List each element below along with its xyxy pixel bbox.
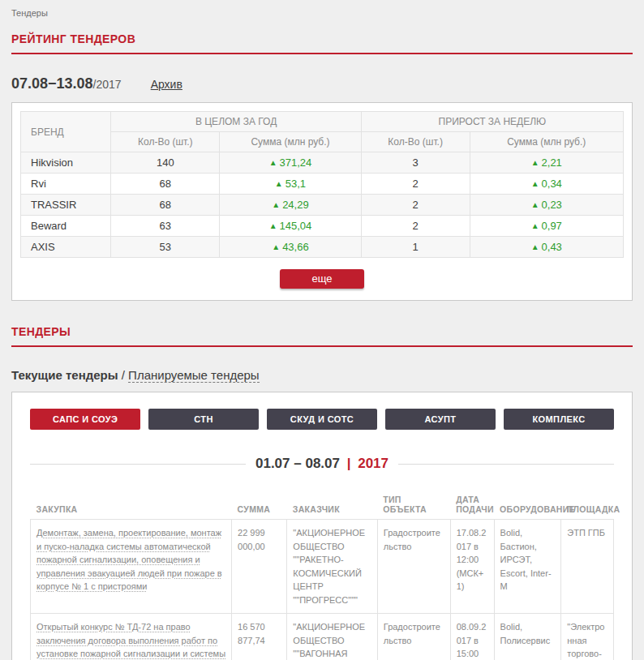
tender-platform: "Электронная торгово-закупочная площадка… — [561, 614, 614, 660]
year-count: 63 — [111, 216, 220, 237]
breadcrumb[interactable]: Тендеры — [11, 8, 633, 18]
brand-name: Beward — [21, 216, 111, 237]
tender-object-type: Градостроительство — [377, 520, 450, 614]
divider-line-right — [398, 464, 614, 465]
rating-subheader-week-sum: Сумма (млн руб.) — [470, 132, 624, 152]
up-triangle-icon: ▲ — [531, 200, 539, 209]
week-sum: ▲2,21 — [470, 152, 624, 174]
week-sum: ▲0,97 — [470, 216, 624, 237]
tenders-header-sum: СУММА — [232, 491, 287, 520]
rating-header-week-group: ПРИРОСТ ЗА НЕДЕЛЮ — [361, 112, 623, 132]
rating-row: TRASSIR 68 ▲24,29 2 ▲0,23 — [21, 195, 624, 216]
up-triangle-icon: ▲ — [269, 221, 277, 230]
tender-equipment: Bolid, Бастион, ИРСЭТ, Escort, Inter-M — [494, 520, 561, 614]
subnav-planned-tenders-link[interactable]: Планируемые тендеры — [128, 368, 260, 383]
purchase-link[interactable]: Демонтаж, замена, проектирование, монтаж… — [36, 528, 222, 591]
rating-subheader-year-sum: Сумма (млн руб.) — [220, 132, 362, 152]
page: Тендеры РЕЙТИНГ ТЕНДЕРОВ 07.08−13.08 /20… — [0, 0, 644, 660]
tender-platform: ЭТП ГПБ — [561, 520, 614, 614]
year-sum: ▲43,66 — [220, 237, 362, 258]
rating-section-title: РЕЙТИНГ ТЕНДЕРОВ — [11, 32, 633, 54]
tender-submit-date: 17.08.2017 в 12:00 (МСК+1) — [450, 520, 494, 614]
rating-period-line: 07.08−13.08 /2017 Архив — [11, 75, 633, 92]
purchase-link[interactable]: Открытый конкурс № ТД-72 на право заключ… — [36, 622, 225, 660]
year-sum: ▲24,29 — [220, 195, 362, 216]
archive-link[interactable]: Архив — [151, 78, 182, 91]
tenders-period-separator: | — [344, 456, 354, 471]
tender-equipment: Bolid, Полисервис — [494, 614, 561, 660]
brand-name: AXIS — [21, 237, 111, 258]
brand-name: Rvi — [21, 174, 111, 195]
tenders-period-divider: 01.07 – 08.07 | 2017 — [30, 456, 614, 472]
rating-subheader-week-count: Кол-Во (шт.) — [361, 132, 470, 152]
up-triangle-icon: ▲ — [531, 242, 539, 251]
tender-row: Демонтаж, замена, проектирование, монтаж… — [31, 520, 614, 614]
tenders-period-range: 01.07 – 08.07 — [255, 456, 340, 471]
up-triangle-icon: ▲ — [269, 158, 277, 167]
year-count: 68 — [111, 174, 220, 195]
tenders-header-platform: ПЛОЩАДКА — [561, 491, 614, 520]
week-sum: ▲0,43 — [470, 237, 624, 258]
category-tabs: САПС И СОУЭ СТН СКУД И СОТС АСУПТ КОМПЛЕ… — [30, 409, 614, 430]
rating-header-brand: БРЕНД — [21, 112, 111, 152]
tenders-header-object-type: ТИП ОБЪЕКТА — [377, 491, 450, 520]
week-count: 3 — [361, 152, 470, 174]
year-count: 68 — [111, 195, 220, 216]
tenders-panel: САПС И СОУЭ СТН СКУД И СОТС АСУПТ КОМПЛЕ… — [11, 392, 633, 660]
subnav-separator: / — [118, 368, 129, 382]
up-triangle-icon: ▲ — [272, 200, 280, 209]
tenders-section-title: ТЕНДЕРЫ — [11, 325, 633, 347]
tender-submit-date: 08.09.2017 в 15:00 (МСК) — [450, 614, 494, 660]
rating-period-range: 07.08−13.08 — [11, 75, 93, 92]
rating-period-year: /2017 — [93, 78, 122, 91]
tab-stn[interactable]: СТН — [148, 409, 259, 430]
rating-row: Beward 63 ▲145,04 2 ▲0,97 — [21, 216, 624, 237]
tender-customer: "АКЦИОНЕРНОЕ ОБЩЕСТВО ""РАКЕТНО-КОСМИЧЕС… — [287, 520, 377, 614]
tender-row: Открытый конкурс № ТД-72 на право заключ… — [31, 614, 614, 660]
rating-header-year-group: В ЦЕЛОМ ЗА ГОД — [111, 112, 361, 132]
year-count: 53 — [111, 237, 220, 258]
tenders-header-purchase: ЗАКУПКА — [31, 491, 232, 520]
rating-subheader-year-count: Кол-Во (шт.) — [111, 132, 220, 152]
tender-sum: 22 999 000,00 — [232, 520, 287, 614]
tender-customer: "АКЦИОНЕРНОЕ ОБЩЕСТВО ""ВАГОННАЯ РЕМОНТН… — [287, 614, 377, 660]
week-sum: ▲0,23 — [470, 195, 624, 216]
week-count: 2 — [361, 174, 470, 195]
subnav-current-tenders: Текущие тендеры — [11, 368, 118, 382]
tenders-header-equipment: ОБОРУДОВАНИЕ — [494, 491, 561, 520]
divider-line-left — [30, 464, 246, 465]
rating-more-button[interactable]: еще — [280, 269, 364, 289]
up-triangle-icon: ▲ — [275, 179, 283, 188]
tenders-table: ЗАКУПКА СУММА ЗАКАЗЧИК ТИП ОБЪЕКТА ДАТА … — [30, 491, 614, 660]
up-triangle-icon: ▲ — [531, 158, 539, 167]
rating-panel: БРЕНД В ЦЕЛОМ ЗА ГОД ПРИРОСТ ЗА НЕДЕЛЮ К… — [11, 102, 633, 301]
week-count: 1 — [361, 237, 470, 258]
week-count: 2 — [361, 195, 470, 216]
year-sum: ▲145,04 — [220, 216, 362, 237]
tenders-period-year: 2017 — [358, 456, 389, 471]
up-triangle-icon: ▲ — [531, 221, 539, 230]
tab-asupt[interactable]: АСУПТ — [385, 409, 496, 430]
year-count: 140 — [111, 152, 220, 174]
brand-name: TRASSIR — [21, 195, 111, 216]
tenders-header-customer: ЗАКАЗЧИК — [287, 491, 377, 520]
rating-table: БРЕНД В ЦЕЛОМ ЗА ГОД ПРИРОСТ ЗА НЕДЕЛЮ К… — [20, 111, 624, 258]
tab-skud-i-sots[interactable]: СКУД И СОТС — [267, 409, 377, 430]
tab-kompleks[interactable]: КОМПЛЕКС — [504, 409, 614, 430]
brand-name: Hikvision — [21, 152, 111, 174]
rating-row: Rvi 68 ▲53,1 2 ▲0,34 — [21, 174, 624, 195]
up-triangle-icon: ▲ — [531, 179, 539, 188]
week-sum: ▲0,34 — [470, 174, 624, 195]
tenders-header-submit-date: ДАТА ПОДАЧИ — [450, 491, 494, 520]
rating-row: Hikvision 140 ▲371,24 3 ▲2,21 — [21, 152, 624, 174]
year-sum: ▲53,1 — [220, 174, 362, 195]
rating-row: AXIS 53 ▲43,66 1 ▲0,43 — [21, 237, 624, 258]
tender-object-type: Градостроительство — [377, 614, 450, 660]
year-sum: ▲371,24 — [220, 152, 362, 174]
tab-saps-i-soue[interactable]: САПС И СОУЭ — [30, 409, 140, 430]
tender-sum: 16 570 877,74 — [232, 614, 287, 660]
week-count: 2 — [361, 216, 470, 237]
tenders-subnav: Текущие тендеры / Планируемые тендеры — [11, 368, 633, 382]
up-triangle-icon: ▲ — [272, 242, 280, 251]
